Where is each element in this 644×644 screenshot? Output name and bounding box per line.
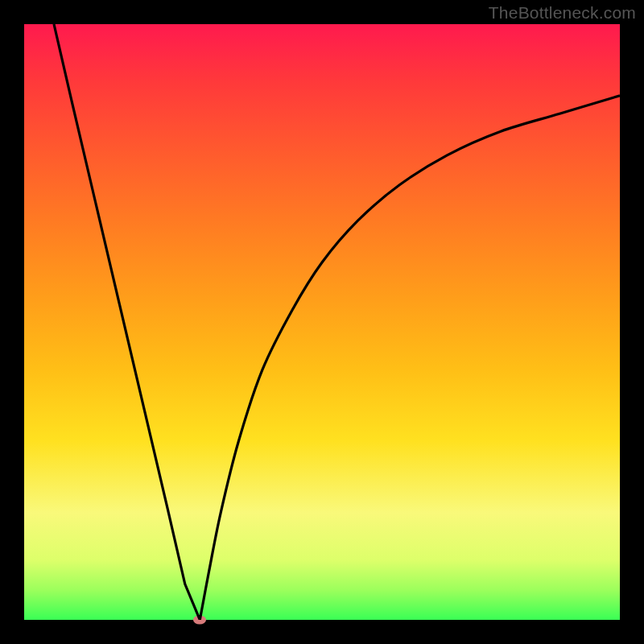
curve-path — [54, 24, 620, 620]
bottleneck-curve — [24, 24, 620, 620]
watermark-text: TheBottleneck.com — [489, 3, 636, 23]
chart-frame: TheBottleneck.com — [0, 0, 644, 644]
plot-area — [24, 24, 620, 620]
